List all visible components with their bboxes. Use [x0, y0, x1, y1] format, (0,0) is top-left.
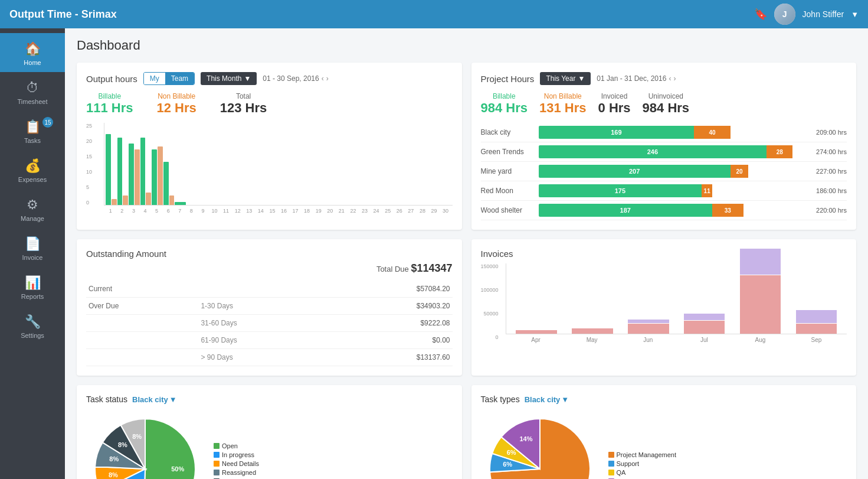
project-name-4: Wood shelter: [481, 206, 534, 214]
bar-label-6: 6: [163, 208, 174, 214]
pie-label-3: 8%: [109, 455, 119, 462]
topbar: Output Time - Srimax 🔖 J John Stiffer ▼: [0, 0, 868, 28]
outstanding-row-3: 61-90 Days$0.00: [86, 332, 453, 349]
outstanding-row-0: Current$57084.20: [86, 281, 453, 298]
inv-y-150k: 150000: [481, 263, 499, 269]
bar-group-20: [325, 204, 336, 205]
task-types-dropdown[interactable]: Black city ▼: [525, 395, 569, 404]
outstanding-title: Outstanding Amount: [86, 249, 453, 259]
outstanding-total-value: $114347: [411, 262, 452, 274]
legend-label-0: Open: [222, 442, 238, 449]
legend-label-2: QA: [617, 469, 626, 476]
proj-period-dropdown[interactable]: This Year ▼: [540, 72, 591, 85]
project-nonbillable-bar-3: 11: [702, 184, 712, 197]
project-billable-bar-1: 246: [539, 145, 767, 158]
bar-group-3: [129, 144, 140, 205]
sidebar-label-tasks: Tasks: [24, 137, 41, 144]
bar-group-14: [256, 204, 267, 205]
bar-group-25: [382, 204, 394, 205]
proj-prev-arrow-icon[interactable]: ‹: [669, 74, 671, 83]
legend-dot-0: [608, 452, 614, 458]
legend-dot-2: [608, 470, 614, 475]
proj-next-arrow-icon[interactable]: ›: [673, 74, 676, 83]
bar-group-30: [440, 204, 451, 205]
bar-label-30: 30: [440, 208, 451, 214]
pie-label-2: 6%: [506, 449, 516, 456]
bar-empty-29: [428, 204, 440, 205]
project-hours-card: Project Hours This Year ▼ 01 Jan - 31 De…: [471, 63, 857, 230]
proj-nonbillable-stat: Non Billable 131 Hrs: [539, 92, 587, 116]
task-status-dropdown-icon: ▼: [169, 395, 177, 404]
bar-group-13: [244, 204, 256, 205]
sidebar-item-home[interactable]: 🏠 Home: [0, 33, 65, 72]
task-status-chart-area: 50%17%8%8%8%8% OpenIn progressNeed Detai…: [86, 410, 453, 479]
inv-bar-group-3: [679, 314, 730, 334]
bar-label-20: 20: [325, 208, 336, 214]
inv-pink-3: [684, 321, 725, 334]
bar-group-19: [313, 204, 325, 205]
next-arrow-icon[interactable]: ›: [326, 74, 329, 83]
project-bar-wrapper-4: 18733: [539, 204, 798, 217]
user-dropdown-icon[interactable]: ▼: [851, 10, 859, 19]
main-content: Dashboard Output hours My Team This Mont…: [65, 28, 868, 479]
bar-orange-6: [169, 195, 175, 205]
sidebar-item-timesheet[interactable]: ⏱ Timesheet: [0, 72, 65, 111]
my-team-toggle[interactable]: My Team: [143, 72, 195, 85]
legend-dot-1: [214, 452, 220, 458]
bar-empty-27: [405, 204, 417, 205]
page-title: Dashboard: [77, 38, 856, 53]
username-label: John Stiffer: [803, 9, 844, 19]
sidebar-item-settings[interactable]: 🔧 Settings: [0, 306, 65, 345]
sidebar-item-reports[interactable]: 📊 Reports: [0, 267, 65, 306]
proj-billable-label: Billable: [481, 92, 528, 100]
legend-dot-0: [214, 443, 220, 449]
bar-group-26: [394, 204, 405, 205]
pie-label-2: 8%: [109, 471, 118, 478]
legend-label-1: In progress: [222, 451, 254, 458]
bar-group-21: [336, 204, 348, 205]
invoices-chart-wrapper: 150000 100000 50000 0 AprMayJunJulAugSep: [481, 263, 847, 343]
inv-y-50k: 50000: [481, 311, 499, 317]
project-total-1: 274:00 hrs: [803, 148, 847, 155]
project-billable-bar-0: 169: [539, 126, 695, 139]
bookmark-icon[interactable]: 🔖: [754, 8, 767, 21]
bar-empty-22: [348, 204, 359, 205]
bar-green-5: [152, 149, 157, 205]
billable-stat: Billable 111 Hrs: [86, 92, 133, 116]
toggle-team[interactable]: Team: [165, 73, 194, 84]
toggle-my[interactable]: My: [144, 73, 165, 84]
prev-arrow-icon[interactable]: ‹: [322, 74, 324, 83]
outstanding-value-4: $13137.60: [330, 349, 453, 366]
outstanding-label-2: [86, 315, 198, 332]
y-label-10: 10: [86, 169, 92, 175]
inv-pink-5: [796, 324, 837, 334]
inv-lavender-5: [796, 310, 837, 323]
bar-label-2: 2: [117, 208, 128, 214]
period-dropdown[interactable]: This Month ▼: [201, 72, 257, 85]
invoices-card: Invoices 150000 100000 50000 0 AprMayJun…: [471, 239, 857, 376]
bar-group-18: [302, 204, 313, 205]
inv-month-label-0: Apr: [510, 337, 562, 343]
bar-group-2: [117, 138, 129, 205]
sidebar-item-manage[interactable]: ⚙ Manage: [0, 189, 65, 228]
bar-label-9: 9: [198, 208, 209, 214]
task-status-pie: 50%17%8%8%8%8%: [86, 410, 204, 479]
inv-y-0: 0: [481, 334, 499, 340]
outstanding-label-0: Current: [86, 281, 198, 298]
outstanding-row-1: Over Due1-30 Days$34903.20: [86, 298, 453, 315]
sidebar-item-tasks[interactable]: 📋 Tasks 15: [0, 111, 65, 150]
sidebar-item-invoice[interactable]: 📄 Invoice: [0, 228, 65, 267]
project-billable-bar-3: 175: [539, 184, 702, 197]
outstanding-sublabel-3: 61-90 Days: [198, 332, 330, 349]
legend-item-1: In progress: [214, 451, 259, 458]
sidebar-label-reports: Reports: [21, 293, 44, 300]
project-bar-wrapper-3: 17511: [539, 184, 798, 197]
legend-dot-2: [214, 461, 220, 467]
task-status-dropdown[interactable]: Black city ▼: [132, 395, 177, 404]
task-status-card: Task status Black city ▼ 50%17%8%8%8%8% …: [77, 385, 462, 479]
y-label-25: 25: [86, 123, 92, 129]
bar-group-22: [348, 204, 359, 205]
sidebar-item-expenses[interactable]: 💰 Expenses: [0, 150, 65, 189]
bar-group-24: [371, 204, 382, 205]
y-label-0: 0: [86, 200, 92, 206]
